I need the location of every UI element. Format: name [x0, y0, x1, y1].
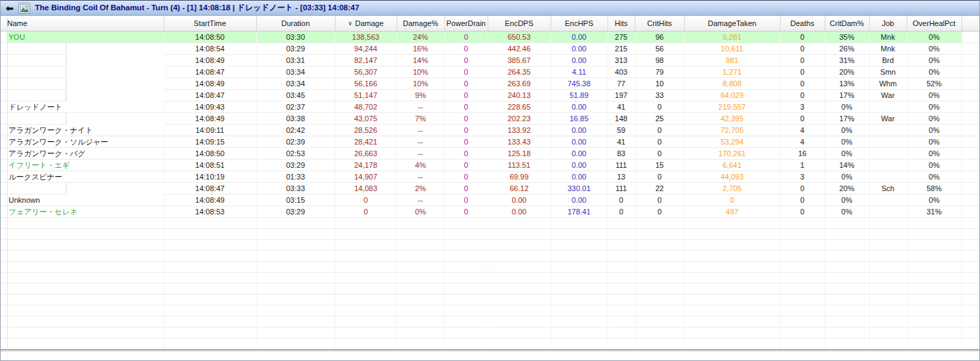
cell-encHps: 0.00 — [551, 31, 607, 42]
column-header-hits[interactable]: Hits — [607, 16, 635, 31]
combatant-row[interactable]: イフリート・エギ14:08:5103:2924,1784%0113.510.00… — [1, 159, 979, 171]
cell-damagePct: 24% — [397, 31, 444, 42]
cell-powerDrain — [444, 283, 488, 294]
combatant-row[interactable]: 14:08:4703:3314,0832%066.12330.01111222,… — [1, 182, 979, 194]
cell-damageTaken: 981 — [684, 54, 780, 66]
cell-critHits: 0 — [635, 147, 684, 159]
cell-encDps: 133.92 — [488, 124, 551, 136]
cell-damagePct: 2% — [397, 182, 444, 194]
cell-startTime: 14:08:50 — [164, 31, 256, 42]
column-header-critHits[interactable]: CritHits — [635, 16, 684, 31]
combatant-row[interactable]: 14:08:4703:3456,30710%0264.354.11403791,… — [1, 66, 979, 77]
column-header-damagePct[interactable]: Damage% — [397, 16, 444, 31]
combatant-row[interactable]: ドレッドノート14:09:4302:3748,702--0228.650.004… — [1, 101, 979, 112]
combatant-row[interactable]: 14:08:4903:3182,14714%0385.670.003139898… — [1, 54, 979, 66]
cell-duration — [256, 283, 335, 294]
cell-startTime: 14:08:47 — [164, 89, 256, 101]
cell-overHealPct: 0% — [907, 101, 962, 112]
cell-damageTaken — [684, 217, 780, 228]
cell-encHps: 0.00 — [551, 194, 607, 206]
cell-powerDrain: 0 — [444, 42, 488, 54]
combatant-row[interactable]: フェアリー・セレネ14:08:5303:2900%00.00178.410049… — [1, 206, 979, 217]
cell-encDps — [488, 305, 551, 316]
row-filler — [962, 261, 979, 272]
back-button[interactable]: ⬅ — [3, 2, 16, 14]
cell-encDps: 228.65 — [488, 101, 551, 112]
cell-encHps — [551, 272, 607, 283]
row-margin — [1, 124, 7, 136]
cell-job — [869, 124, 907, 136]
row-filler — [962, 194, 979, 206]
combatant-row[interactable]: アラガンワーク・ナイト14:09:1102:4228,526--0133.920… — [1, 124, 979, 136]
column-header-duration[interactable]: Duration — [256, 16, 335, 31]
cell-name — [7, 294, 164, 305]
combatant-row[interactable]: 14:08:5403:2994,24416%0442.460.002155610… — [1, 42, 979, 54]
cell-hits: 41 — [607, 101, 635, 112]
column-header-damage[interactable]: ∨Damage — [335, 16, 397, 31]
cell-critDamPct: 14% — [825, 159, 869, 171]
cell-damageTaken: 6,641 — [684, 159, 780, 171]
cell-job — [869, 217, 907, 228]
cell-damagePct — [397, 338, 444, 349]
cell-duration — [256, 261, 335, 272]
combatant-row[interactable]: ルークスピナー14:10:1901:3314,907--069.990.0013… — [1, 171, 979, 182]
column-header-encDps[interactable]: EncDPS — [488, 16, 551, 31]
cell-encHps: 0.00 — [551, 42, 607, 54]
cell-encHps: 745.38 — [551, 77, 607, 89]
redacted-name-box — [66, 55, 164, 66]
column-header-powerDrain[interactable]: PowerDrain — [444, 16, 488, 31]
row-filler — [962, 101, 979, 112]
column-header-critDamPct[interactable]: CritDam% — [825, 16, 869, 31]
cell-job: Mnk — [869, 42, 907, 54]
cell-encDps: 202.23 — [488, 112, 551, 124]
cell-overHealPct: 0% — [907, 124, 962, 136]
cell-startTime — [164, 338, 256, 349]
row-filler — [962, 77, 979, 89]
cell-hits: 0 — [607, 194, 635, 206]
cell-deaths — [780, 261, 825, 272]
cell-deaths: 16 — [780, 147, 825, 159]
cell-critHits: 15 — [635, 159, 684, 171]
combatant-name: イフリート・エギ — [9, 161, 71, 169]
column-header-encHps[interactable]: EncHPS — [551, 16, 607, 31]
cell-name — [7, 316, 164, 327]
cell-critDamPct: 35% — [825, 31, 869, 42]
cell-startTime — [164, 316, 256, 327]
column-header-job[interactable]: Job — [869, 16, 907, 31]
cell-critDamPct — [825, 294, 869, 305]
cell-powerDrain: 0 — [444, 89, 488, 101]
row-margin — [1, 316, 7, 327]
cell-powerDrain — [444, 239, 488, 250]
cell-job: Whm — [869, 77, 907, 89]
combatant-row[interactable]: アラガンワーク・ソルジャー14:09:1502:3928,421--0133.4… — [1, 136, 979, 147]
column-header-deaths[interactable]: Deaths — [780, 16, 825, 31]
empty-row — [1, 327, 979, 338]
cell-damageTaken: 1,271 — [684, 66, 780, 77]
cell-duration — [256, 305, 335, 316]
row-margin — [1, 250, 7, 261]
cell-encHps: 4.11 — [551, 66, 607, 77]
empty-row — [1, 261, 979, 272]
row-filler — [962, 182, 979, 194]
combatant-row[interactable]: 14:08:4903:3843,0757%0202.2316.851482542… — [1, 112, 979, 124]
column-header-overHealPct[interactable]: OverHealPct — [907, 16, 962, 31]
cell-job — [869, 338, 907, 349]
row-filler — [962, 42, 979, 54]
combatant-row[interactable]: 14:08:4703:4551,1479%0240.1351.891973364… — [1, 89, 979, 101]
cell-damagePct — [397, 283, 444, 294]
screenshot-button[interactable] — [17, 2, 31, 14]
cell-hits — [607, 294, 635, 305]
combatant-row[interactable]: YOU14:08:5003:30138,56324%0650.530.00275… — [1, 31, 979, 42]
combatant-name: アラガンワーク・バグ — [9, 149, 86, 158]
cell-name: アラガンワーク・ナイト — [7, 124, 164, 136]
cell-overHealPct — [907, 239, 962, 250]
combatant-row[interactable]: アラガンワーク・バグ14:08:5002:5326,663--0125.180.… — [1, 147, 979, 159]
cell-hits: 13 — [607, 171, 635, 182]
column-header-startTime[interactable]: StartTime — [164, 16, 256, 31]
column-header-damageTaken[interactable]: DamageTaken — [684, 16, 780, 31]
combatant-row[interactable]: 14:08:4903:3456,16610%0263.69745.3877108… — [1, 77, 979, 89]
column-header-name[interactable]: Name — [7, 16, 164, 31]
redacted-name-box — [66, 113, 164, 125]
combatant-rows: YOU14:08:5003:30138,56324%0650.530.00275… — [1, 31, 979, 349]
combatant-row[interactable]: Unknown14:08:4903:150--00.000.0000000%0% — [1, 194, 979, 206]
